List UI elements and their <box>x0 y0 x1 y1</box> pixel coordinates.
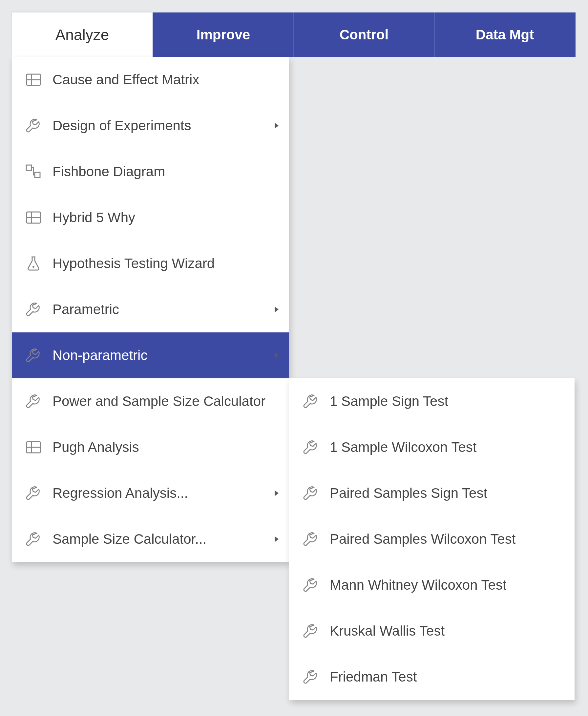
submenu-item-mann-whitney[interactable]: Mann Whitney Wilcoxon Test <box>289 562 574 608</box>
menu-item-cause-effect-matrix[interactable]: Cause and Effect Matrix <box>12 57 289 103</box>
wrench-icon <box>303 392 327 411</box>
menu-item-label: Regression Analysis... <box>52 485 267 501</box>
wrench-icon <box>303 667 327 687</box>
tab-control[interactable]: Control <box>293 13 434 57</box>
wrench-icon <box>26 392 49 411</box>
submenu-item-1-sample-sign[interactable]: 1 Sample Sign Test <box>289 378 574 424</box>
matrix-icon <box>26 208 49 227</box>
submenu-item-paired-wilcoxon[interactable]: Paired Samples Wilcoxon Test <box>289 516 574 562</box>
menu-item-parametric[interactable]: Parametric <box>12 287 289 332</box>
menu-item-non-parametric[interactable]: Non-parametric <box>12 332 289 378</box>
chevron-right-icon <box>275 353 278 358</box>
tab-label: Data Mgt <box>476 27 534 43</box>
menu-item-label: Sample Size Calculator... <box>52 531 267 547</box>
matrix-icon <box>26 70 49 89</box>
submenu-item-friedman[interactable]: Friedman Test <box>289 654 574 700</box>
submenu-item-label: 1 Sample Sign Test <box>330 394 564 409</box>
wrench-icon <box>303 575 327 595</box>
submenu-item-paired-sign[interactable]: Paired Samples Sign Test <box>289 470 574 516</box>
fishbone-icon <box>26 162 49 182</box>
submenu-item-label: Kruskal Wallis Test <box>330 623 564 639</box>
menu-item-label: Hypothesis Testing Wizard <box>52 256 278 271</box>
menu-item-design-of-experiments[interactable]: Design of Experiments <box>12 103 289 149</box>
menu-item-label: Design of Experiments <box>52 118 267 133</box>
menu-item-hypothesis-testing-wizard[interactable]: Hypothesis Testing Wizard <box>12 240 289 287</box>
wrench-icon <box>26 529 49 549</box>
menu-item-label: Pugh Analysis <box>52 439 278 455</box>
submenu-item-label: Friedman Test <box>330 669 564 685</box>
submenu-item-label: Paired Samples Wilcoxon Test <box>330 531 564 547</box>
submenu-item-label: Paired Samples Sign Test <box>330 485 564 501</box>
wrench-icon <box>26 116 49 135</box>
wrench-icon <box>303 529 327 549</box>
matrix-icon <box>26 437 49 457</box>
menu-item-label: Fishbone Diagram <box>52 164 278 180</box>
wrench-icon <box>303 483 327 503</box>
tab-data-mgt[interactable]: Data Mgt <box>434 13 575 57</box>
wrench-icon <box>303 437 327 457</box>
submenu-item-kruskal-wallis[interactable]: Kruskal Wallis Test <box>289 608 574 654</box>
tab-label: Analyze <box>56 26 109 44</box>
menu-item-label: Parametric <box>52 301 267 317</box>
top-tabbar: Analyze Improve Control Data Mgt <box>12 13 575 57</box>
wrench-icon <box>26 483 49 503</box>
tab-label: Improve <box>196 27 250 43</box>
chevron-right-icon <box>275 536 278 542</box>
menu-item-hybrid-5-why[interactable]: Hybrid 5 Why <box>12 195 289 240</box>
menu-item-label: Non-parametric <box>52 348 267 363</box>
analyze-dropdown: Cause and Effect Matrix Design of Experi… <box>12 57 289 562</box>
flask-icon <box>26 254 49 273</box>
menu-item-label: Hybrid 5 Why <box>52 210 278 226</box>
menu-item-pugh-analysis[interactable]: Pugh Analysis <box>12 424 289 470</box>
submenu-item-1-sample-wilcoxon[interactable]: 1 Sample Wilcoxon Test <box>289 424 574 470</box>
menu-item-label: Cause and Effect Matrix <box>52 72 278 88</box>
tab-analyze[interactable]: Analyze <box>12 13 152 57</box>
menu-item-label: Power and Sample Size Calculator <box>52 394 278 409</box>
chevron-right-icon <box>275 307 278 312</box>
chevron-right-icon <box>275 123 278 129</box>
wrench-icon <box>303 621 327 641</box>
wrench-icon <box>26 345 49 365</box>
non-parametric-submenu: 1 Sample Sign Test 1 Sample Wilcoxon Tes… <box>289 378 574 700</box>
chevron-right-icon <box>275 490 278 496</box>
submenu-item-label: 1 Sample Wilcoxon Test <box>330 439 564 455</box>
wrench-icon <box>26 300 49 319</box>
tab-label: Control <box>340 27 388 43</box>
menu-item-regression-analysis[interactable]: Regression Analysis... <box>12 470 289 516</box>
menu-item-power-sample-size-calc[interactable]: Power and Sample Size Calculator <box>12 378 289 424</box>
menu-item-fishbone-diagram[interactable]: Fishbone Diagram <box>12 149 289 195</box>
menu-item-sample-size-calculator[interactable]: Sample Size Calculator... <box>12 516 289 562</box>
tab-improve[interactable]: Improve <box>152 13 293 57</box>
submenu-item-label: Mann Whitney Wilcoxon Test <box>330 577 564 593</box>
